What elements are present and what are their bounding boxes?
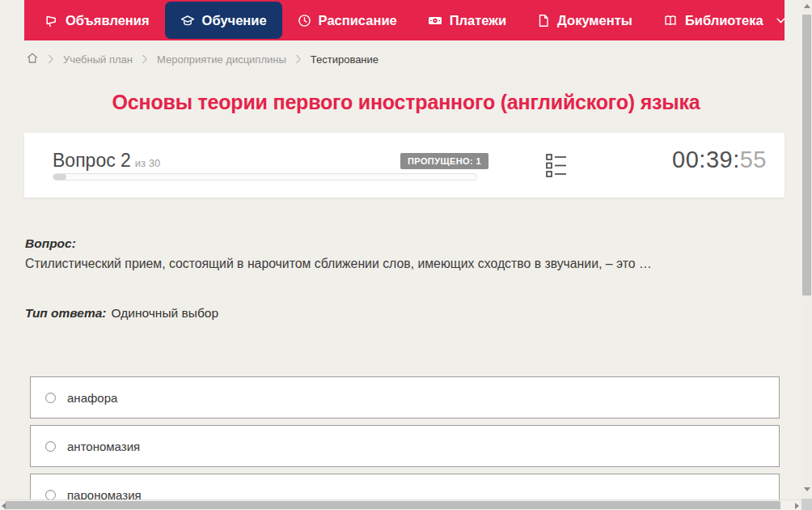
timer-seconds: 55 [740, 147, 767, 172]
nav-item-announcements[interactable]: Объявления [29, 0, 165, 40]
nav-item-payments[interactable]: Платежи [412, 0, 522, 40]
nav-item-library[interactable]: Библиотека [648, 0, 801, 40]
nav-item-label: Библиотека [685, 13, 763, 28]
vertical-scrollbar[interactable] [801, 0, 812, 510]
radio-icon[interactable] [45, 441, 56, 452]
nav-item-learning[interactable]: Обучение [165, 2, 282, 39]
timer: 00:39:55 [672, 147, 767, 173]
document-icon [537, 14, 550, 28]
nav-item-label: Объявления [66, 13, 150, 28]
vertical-scrollbar-thumb[interactable] [802, 15, 811, 295]
breadcrumb-item-testing: Тестирование [311, 53, 379, 66]
graduation-cap-icon [180, 14, 195, 28]
breadcrumb-separator [295, 54, 302, 64]
breadcrumb-item-discipline-event[interactable]: Мероприятие дисциплины [157, 53, 286, 66]
clock-icon [298, 14, 311, 28]
scroll-down-arrow-icon[interactable] [804, 487, 810, 491]
answer-type-value: Одиночный выбор [112, 306, 219, 320]
timer-main: 00:39: [672, 147, 740, 172]
nav-item-documents[interactable]: Документы [522, 0, 648, 40]
home-icon[interactable] [26, 52, 39, 66]
nav-item-label: Расписание [319, 13, 397, 28]
scrollbar-corner [801, 499, 812, 510]
option-label: антономазия [67, 440, 140, 453]
radio-icon[interactable] [45, 393, 56, 403]
question-list-icon[interactable] [546, 153, 567, 181]
breadcrumb-separator [142, 54, 148, 64]
answer-type-row: Тип ответа:Одиночный выбор [25, 306, 218, 321]
main-nav: Объявления Обучение Расписание Платежи Д… [24, 0, 785, 40]
book-icon [663, 14, 678, 28]
option-label: анафора [67, 391, 117, 405]
answer-option-anaphora[interactable]: анафора [30, 376, 780, 419]
question-header-card: Вопрос 2из 30 ПРОПУЩЕНО: 1 00:39:55 [24, 133, 785, 198]
question-total: из 30 [135, 157, 160, 169]
nav-item-label: Платежи [450, 13, 506, 28]
nav-item-schedule[interactable]: Расписание [282, 0, 412, 40]
question-number: Вопрос 2из 30 [53, 150, 160, 172]
screen: Объявления Обучение Расписание Платежи Д… [0, 0, 812, 510]
progress-fill [53, 174, 66, 180]
answer-type-label: Тип ответа: [25, 306, 107, 320]
banknote-icon [428, 14, 442, 28]
horizontal-scrollbar[interactable] [0, 499, 801, 510]
nav-item-label: Документы [557, 13, 632, 28]
breadcrumb: Учебный план Мероприятие дисциплины Тест… [26, 49, 379, 69]
breadcrumb-item-curriculum[interactable]: Учебный план [63, 53, 133, 66]
skipped-badge: ПРОПУЩЕНО: 1 [400, 153, 488, 169]
nav-item-label: Обучение [202, 13, 267, 28]
page-title: Основы теории первого иностранного (англ… [0, 91, 812, 114]
scroll-right-arrow-icon[interactable] [795, 503, 799, 509]
question-label: Вопрос: [25, 236, 76, 251]
question-number-label: Вопрос 2 [53, 150, 131, 171]
radio-icon[interactable] [45, 490, 56, 500]
megaphone-icon [44, 14, 58, 28]
question-text: Стилистический прием, состоящий в нарочи… [25, 257, 757, 271]
scroll-up-arrow-icon[interactable] [804, 4, 810, 8]
breadcrumb-separator [48, 54, 54, 64]
answer-option-antonomasia[interactable]: антономазия [30, 425, 780, 467]
progress-bar [53, 173, 477, 181]
horizontal-scrollbar-thumb[interactable] [6, 501, 780, 509]
chevron-down-icon [776, 18, 785, 23]
